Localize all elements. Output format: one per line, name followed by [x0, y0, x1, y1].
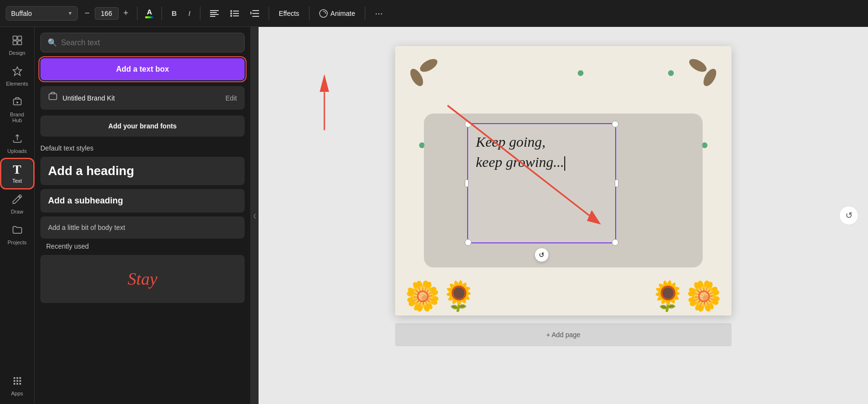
selected-textbox[interactable]: Keep going, keep growing... ↺ [467, 123, 616, 243]
font-size-control: − + [82, 7, 131, 20]
text-line-2-content: keep growing... [476, 154, 564, 170]
svg-point-24 [16, 377, 18, 379]
uploads-label: Uploads [7, 148, 26, 154]
deco-top-left [402, 51, 441, 91]
svg-point-31 [19, 383, 21, 385]
svg-marker-19 [13, 67, 22, 76]
svg-rect-10 [252, 10, 259, 11]
flower-bottom-left: 🌼🌻 [405, 279, 477, 313]
list-button[interactable] [226, 8, 243, 19]
animate-button[interactable]: Animate [315, 7, 359, 20]
brand-kit-edit-button[interactable]: Edit [225, 94, 237, 102]
separator-4 [269, 7, 269, 20]
font-selector-chevron: ▼ [68, 11, 73, 16]
sidebar-item-projects[interactable]: Projects [2, 220, 33, 249]
heading-style-label: Add a heading [48, 164, 134, 178]
dot-deco-4 [668, 70, 674, 76]
italic-button[interactable]: I [185, 7, 194, 19]
svg-rect-12 [252, 16, 259, 17]
svg-rect-1 [210, 12, 217, 13]
rotate-handle[interactable]: ↺ [535, 248, 548, 262]
text-color-button[interactable]: A [143, 6, 156, 20]
svg-rect-18 [18, 41, 22, 45]
recently-used-preview[interactable]: Stay [40, 255, 245, 303]
bold-button[interactable]: B [168, 7, 181, 19]
font-name-display: Buffalo [11, 10, 32, 17]
canvas-text-content[interactable]: Keep going, keep growing... [468, 124, 615, 180]
canvas-wrapper: 🌼🌻 🌻🌼 Keep going, keep growing... ↺ [395, 46, 732, 346]
brand-kit-name: Untitled Brand Kit [62, 94, 221, 102]
sidebar-item-draw[interactable]: Draw [2, 189, 33, 218]
search-icon: 🔍 [48, 38, 57, 47]
dot-deco-1 [578, 70, 583, 76]
svg-rect-11 [252, 13, 259, 14]
line-spacing-button[interactable] [247, 8, 263, 19]
svg-point-6 [230, 13, 232, 14]
increase-font-size-button[interactable]: + [121, 7, 132, 19]
text-line-1: Keep going, [476, 132, 608, 152]
add-brand-fonts-button[interactable]: Add your brand fonts [40, 115, 245, 137]
body-style-item[interactable]: Add a little bit of body text [40, 216, 245, 239]
design-canvas[interactable]: 🌼🌻 🌻🌼 Keep going, keep growing... ↺ [395, 46, 732, 316]
sidebar-item-design[interactable]: Design [2, 31, 33, 60]
sidebar-item-text[interactable]: T Text [2, 160, 33, 188]
add-page-bar[interactable]: + Add page [395, 323, 732, 346]
svg-point-25 [19, 377, 21, 379]
align-button[interactable] [206, 8, 223, 19]
svg-rect-17 [13, 41, 17, 45]
effects-button[interactable]: Effects [275, 8, 303, 19]
svg-rect-16 [18, 36, 22, 40]
animate-label: Animate [331, 10, 355, 17]
handle-mid-left[interactable] [465, 179, 469, 187]
svg-point-23 [13, 377, 15, 379]
handle-top-left[interactable] [465, 121, 471, 127]
projects-label: Projects [8, 240, 27, 245]
icon-sidebar: Design Elements Brand Hub Uploads T Text [0, 27, 35, 404]
sidebar-item-elements[interactable]: Elements [2, 62, 33, 90]
handle-bottom-right[interactable] [612, 239, 619, 246]
apps-icon [12, 375, 23, 389]
svg-point-4 [230, 10, 232, 12]
handle-mid-right[interactable] [615, 179, 619, 187]
color-letter: A [147, 8, 152, 15]
svg-rect-32 [49, 94, 57, 100]
design-label: Design [9, 50, 25, 56]
add-textbox-button[interactable]: Add a text box [40, 58, 245, 80]
panel-toggle[interactable]: ❮ [251, 27, 259, 404]
projects-icon [12, 224, 23, 238]
sidebar-item-brand-hub[interactable]: Brand Hub [2, 92, 33, 127]
body-style-label: Add a little bit of body text [48, 224, 125, 231]
subheading-style-item[interactable]: Add a subheading [40, 189, 245, 213]
design-icon [12, 35, 23, 48]
svg-rect-2 [210, 14, 219, 15]
handle-bottom-left[interactable] [465, 239, 471, 246]
svg-rect-5 [233, 11, 239, 12]
top-toolbar: Buffalo ▼ − + A B I Effects Animate ··· [0, 0, 868, 27]
stay-preview-text: Stay [128, 269, 158, 289]
font-selector[interactable]: Buffalo ▼ [6, 6, 78, 21]
draw-icon [12, 193, 23, 207]
recently-used-section: Recently used Stay [40, 242, 245, 303]
subheading-style-label: Add a subheading [48, 196, 123, 205]
elements-label: Elements [6, 81, 28, 87]
refresh-button[interactable]: ↺ [839, 206, 858, 225]
search-input[interactable] [61, 38, 237, 47]
text-cursor [564, 156, 565, 171]
brand-hub-icon [12, 96, 23, 110]
color-bar [145, 16, 154, 18]
font-size-input[interactable] [95, 7, 119, 20]
handle-top-right[interactable] [612, 121, 619, 127]
search-bar: 🔍 [40, 33, 245, 52]
svg-point-40 [418, 56, 440, 74]
text-line-2: keep growing... [476, 152, 608, 172]
sidebar-item-uploads[interactable]: Uploads [2, 129, 33, 158]
separator-1 [137, 7, 137, 20]
svg-point-26 [13, 380, 15, 382]
heading-style-item[interactable]: Add a heading [40, 157, 245, 185]
sidebar-item-apps[interactable]: Apps [2, 371, 33, 400]
brand-kit-icon [48, 92, 58, 104]
separator-5 [309, 7, 310, 20]
more-options-button[interactable]: ··· [371, 6, 387, 21]
decrease-font-size-button[interactable]: − [82, 7, 93, 19]
separator-2 [161, 7, 162, 20]
